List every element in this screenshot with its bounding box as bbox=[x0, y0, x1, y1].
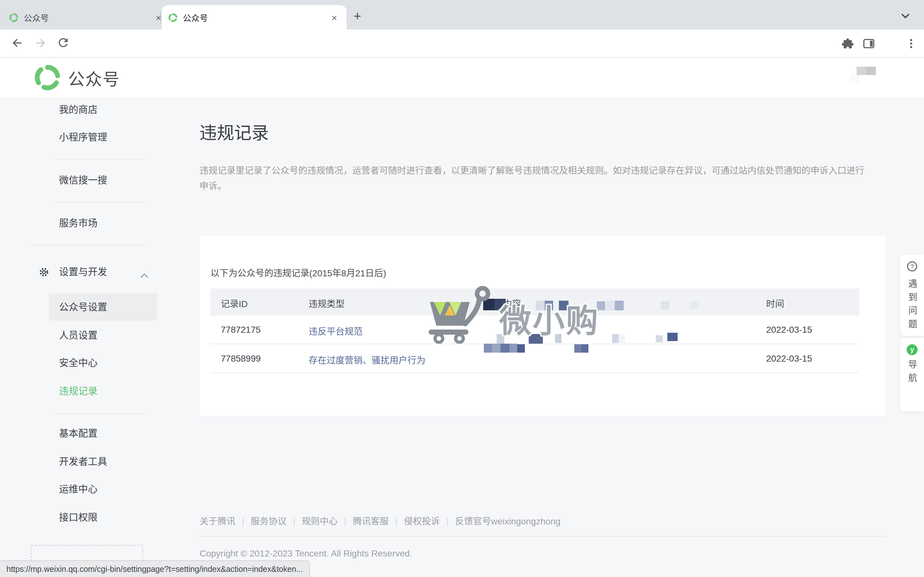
tab-close-icon[interactable]: × bbox=[328, 12, 340, 23]
record-id: 77872175 bbox=[221, 324, 261, 335]
footer-link-infringement-complaint[interactable]: 侵权投诉 bbox=[404, 516, 440, 526]
forward-button[interactable] bbox=[33, 36, 49, 51]
footer-divider bbox=[200, 536, 885, 537]
violation-type-link[interactable]: 存在过度营销、骚扰用户行为 bbox=[309, 353, 425, 366]
sidebar-item-account-settings[interactable]: 公众号设置 bbox=[59, 300, 107, 314]
footer-link-rules-center[interactable]: 规则中心 bbox=[302, 516, 338, 526]
sidebar-item-miniprogram[interactable]: 小程序管理 bbox=[59, 130, 107, 144]
sidebar-divider bbox=[54, 202, 144, 203]
svg-text:?: ? bbox=[911, 263, 914, 270]
sidebar-item-wechat-search[interactable]: 微信搜一搜 bbox=[59, 173, 107, 187]
page-title: 违规记录 bbox=[200, 119, 269, 144]
sidebar-item-developer-tools[interactable]: 开发者工具 bbox=[59, 455, 107, 469]
status-url: https://mp.weixin.qq.com/cgi-bin/setting… bbox=[6, 564, 303, 574]
back-button[interactable] bbox=[10, 36, 26, 51]
col-header-violation-type: 违规类型 bbox=[309, 297, 344, 309]
nav-floating-button[interactable]: y 导航 bbox=[900, 338, 924, 412]
reload-button[interactable] bbox=[57, 36, 72, 51]
table-intro: 以下为公众号的违规记录(2015年8月21日后) bbox=[210, 266, 386, 279]
footer-link-about-tencent[interactable]: 关于腾讯 bbox=[200, 516, 236, 526]
footer-link-tencent-support[interactable]: 腾讯客服 bbox=[353, 516, 389, 526]
sidebar-item-service-market[interactable]: 服务市场 bbox=[59, 216, 97, 230]
tab-gongzhonghao-1[interactable]: 公众号 × bbox=[5, 5, 168, 29]
help-question-icon: ? bbox=[907, 261, 918, 274]
sidebar-item-violation-records-active[interactable]: 违规记录 bbox=[59, 384, 97, 398]
violation-type-link[interactable]: 违反平台规范 bbox=[309, 324, 363, 337]
tab-title: 公众号 bbox=[183, 11, 208, 23]
sidebar-item-basic-config[interactable]: 基本配置 bbox=[59, 426, 97, 440]
gear-icon bbox=[39, 267, 49, 280]
table-header-row: 记录ID 违规类型 违规内容 时间 bbox=[210, 288, 859, 316]
sidebar-item-api-permissions[interactable]: 接口权限 bbox=[59, 510, 97, 524]
footer-separator: | bbox=[395, 516, 397, 526]
col-header-record-id: 记录ID bbox=[221, 297, 248, 309]
sidebar-item-ops-center[interactable]: 运维中心 bbox=[59, 482, 97, 496]
sidebar-item-security-center[interactable]: 安全中心 bbox=[59, 356, 97, 370]
side-panel-icon[interactable] bbox=[863, 37, 878, 53]
wechat-mp-favicon bbox=[168, 13, 178, 22]
link-status-bar: https://mp.weixin.qq.com/cgi-bin/setting… bbox=[0, 560, 310, 577]
tab-title: 公众号 bbox=[24, 11, 49, 23]
sidebar-divider bbox=[31, 245, 144, 245]
col-header-time: 时间 bbox=[766, 297, 784, 309]
record-date: 2022-03-15 bbox=[766, 353, 812, 364]
sidebar-divider bbox=[54, 159, 144, 160]
new-tab-button[interactable]: + bbox=[349, 8, 367, 26]
sidebar-section-settings-dev[interactable]: 设置与开发 bbox=[59, 265, 107, 279]
page-description: 违规记录里记录了公众号的违规情况，运营者可随时进行查看，以更清晰了解账号违规情况… bbox=[200, 163, 867, 193]
violation-records-card: 以下为公众号的违规记录(2015年8月21日后) 记录ID 违规类型 违规内容 … bbox=[200, 236, 885, 416]
footer-separator: | bbox=[293, 516, 295, 526]
col-header-violation-content: 违规内容 bbox=[485, 297, 521, 309]
table-row: 77858999 存在过度营销、骚扰用户行为 2022-03-15 bbox=[210, 344, 859, 373]
site-header: 公众号 bbox=[0, 58, 924, 97]
nav-label: 导航 bbox=[906, 359, 919, 387]
extensions-puzzle-icon[interactable] bbox=[842, 37, 857, 53]
wechat-mp-logo-icon bbox=[33, 63, 61, 92]
sidebar-item-staff-settings[interactable]: 人员设置 bbox=[59, 328, 97, 342]
browser-menu-dots-icon[interactable] bbox=[905, 37, 920, 53]
browser-window: 公众号 × 公众号 × + mp.weixin.qq.com/cgi-bin/ bbox=[0, 0, 924, 577]
footer-link-service-agreement[interactable]: 服务协议 bbox=[250, 516, 286, 526]
nav-green-icon: y bbox=[907, 344, 918, 355]
footer-separator: | bbox=[242, 516, 244, 526]
help-floating-button[interactable]: ? 遇到问题 bbox=[900, 255, 924, 336]
footer-link-feedback-account[interactable]: 反馈官号weixingongzhong bbox=[455, 516, 560, 526]
record-id: 77858999 bbox=[221, 353, 261, 364]
tab-separator bbox=[160, 11, 161, 23]
footer-links: 关于腾讯|服务协议|规则中心|腾讯客服|侵权投诉|反馈官号weixingongz… bbox=[200, 514, 561, 527]
record-date: 2022-03-15 bbox=[766, 324, 812, 335]
copyright-text: Copyright © 2012-2023 Tencent. All Right… bbox=[200, 548, 412, 558]
table-row: 77872175 违反平台规范 2022-03-15 bbox=[210, 316, 859, 344]
tab-gongzhonghao-2-active[interactable]: 公众号 × bbox=[162, 5, 347, 29]
brand-name: 公众号 bbox=[68, 66, 120, 89]
chevron-up-icon[interactable] bbox=[141, 269, 148, 281]
browser-toolbar: mp.weixin.qq.com/cgi-bin/illegalrecord?c… bbox=[0, 29, 924, 58]
help-label: 遇到问题 bbox=[906, 279, 919, 333]
brand-logo-group[interactable]: 公众号 bbox=[33, 63, 120, 92]
sidebar-item-my-shop[interactable]: 我的商店 bbox=[59, 103, 97, 117]
sidebar-divider bbox=[54, 414, 144, 414]
tab-strip: 公众号 × 公众号 × + bbox=[0, 0, 924, 29]
wechat-mp-favicon bbox=[9, 13, 19, 22]
footer-separator: | bbox=[446, 516, 449, 526]
tab-search-chevron-icon[interactable] bbox=[901, 10, 910, 22]
footer-separator: | bbox=[344, 516, 347, 526]
